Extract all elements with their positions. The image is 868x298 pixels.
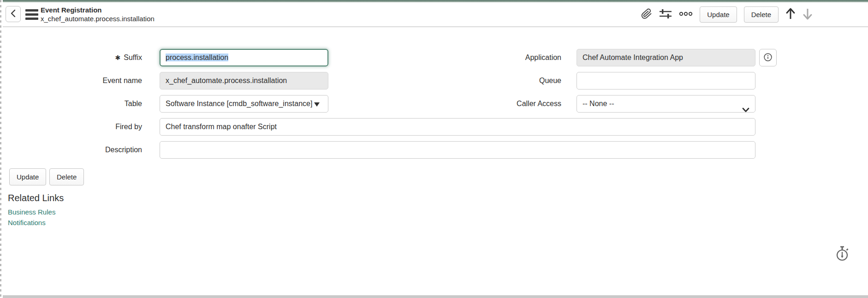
header-delete-button[interactable]: Delete (744, 6, 779, 23)
fired-by-label: Fired by (28, 118, 142, 136)
suffix-label: ✱ Suffix (28, 49, 142, 66)
required-indicator-icon: ✱ (115, 54, 121, 61)
application-field: Chef Automate Integration App (577, 49, 755, 66)
queue-input[interactable] (577, 72, 755, 89)
caller-access-select[interactable]: -- None -- (577, 95, 755, 113)
ellipsis-icon (679, 11, 693, 18)
menu-icon[interactable] (25, 9, 38, 20)
caller-access-label: Caller Access (447, 95, 561, 113)
related-link-notifications[interactable]: Notifications (8, 219, 46, 226)
footer-delete-button[interactable]: Delete (49, 168, 84, 185)
scroll-up-button[interactable] (785, 7, 796, 22)
scroll-down-button[interactable] (803, 7, 813, 22)
suffix-selected-text: process.installation (166, 54, 228, 61)
header-titles: Event Registration x_chef_automate.proce… (41, 6, 155, 23)
triangle-down-icon (314, 102, 320, 107)
table-dropdown[interactable]: Software Instance [cmdb_software_instanc… (160, 95, 328, 113)
attachment-button[interactable] (641, 8, 652, 21)
arrow-up-icon (785, 7, 796, 22)
response-time-button[interactable] (835, 245, 850, 264)
description-input[interactable] (160, 141, 755, 159)
sliders-icon (659, 8, 672, 21)
personalize-form-button[interactable] (659, 8, 672, 21)
more-options-button[interactable] (679, 11, 693, 18)
info-icon (763, 52, 773, 64)
chevron-down-icon (742, 102, 749, 113)
page-left-dotted-border (0, 0, 1, 298)
header-actions: Update Delete (641, 2, 813, 26)
footer-update-button[interactable]: Update (9, 168, 46, 185)
paperclip-icon (641, 8, 652, 21)
event-name-field: x_chef_automate.process.installation (160, 72, 328, 89)
application-label: Application (447, 49, 561, 66)
arrow-down-icon (803, 7, 813, 22)
queue-label: Queue (447, 72, 561, 89)
description-label: Description (28, 141, 142, 159)
table-label: Table (28, 95, 142, 113)
chevron-left-icon (10, 9, 17, 19)
stopwatch-icon (835, 256, 850, 264)
related-links-heading: Related Links (8, 193, 64, 203)
application-info-button[interactable] (759, 49, 777, 66)
event-name-label: Event name (28, 72, 142, 89)
page-title: Event Registration (41, 6, 155, 14)
back-button[interactable] (6, 6, 21, 22)
page-subtitle: x_chef_automate.process.installation (41, 14, 155, 23)
header-update-button[interactable]: Update (700, 6, 737, 23)
suffix-input[interactable]: process.installation (160, 49, 328, 66)
form-header-bar: Event Registration x_chef_automate.proce… (3, 2, 868, 27)
fired-by-input[interactable] (160, 118, 755, 136)
related-link-business-rules[interactable]: Business Rules (8, 208, 55, 216)
bottom-scroll-strip (3, 295, 868, 298)
